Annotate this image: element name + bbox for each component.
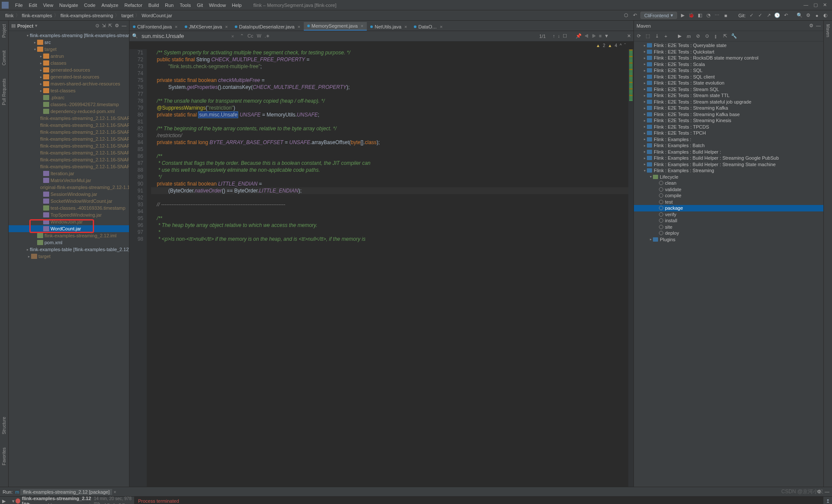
project-tree-row[interactable]: ▸target <box>9 253 129 260</box>
menu-edit[interactable]: Edit <box>26 3 40 8</box>
find-select-all-icon[interactable]: ☐ <box>563 33 567 39</box>
maven-tree-row[interactable]: ▸Flink : Examples : Build Helper : <box>634 149 823 155</box>
git-update-icon[interactable]: ✓ <box>748 13 754 19</box>
menu-code[interactable]: Code <box>81 3 98 8</box>
menu-analyze[interactable]: Analyze <box>98 3 121 8</box>
maven-tree-row[interactable]: compile <box>634 192 823 199</box>
maven-tree-row[interactable]: ▸Plugins <box>634 236 823 243</box>
project-tree-row[interactable]: flink-examples-streaming_2.12-1.16-SNAPS… <box>9 142 129 149</box>
maven-tree-row[interactable]: install <box>634 217 823 224</box>
close-icon[interactable]: ✕ <box>823 2 827 8</box>
settings-icon[interactable]: ⚙ <box>115 23 119 28</box>
maven-tree-row[interactable]: ▸Flink : E2E Tests : Stream state TTL <box>634 92 823 99</box>
find-settings-icon[interactable]: ⫷ <box>584 33 589 39</box>
maven-tree-row[interactable]: ▸Flink : E2E Tests : TPCH <box>634 130 823 136</box>
profile-icon[interactable]: ◔ <box>706 13 712 19</box>
breadcrumb[interactable]: flink <box>3 13 16 18</box>
menu-git[interactable]: Git <box>194 3 206 8</box>
maven-tree-row[interactable]: deploy <box>634 230 823 236</box>
maven-download-icon[interactable]: ⤓ <box>654 33 660 39</box>
project-tree-row[interactable]: flink-examples-streaming_2.12-1.16-SNAPS… <box>9 129 129 135</box>
project-tab[interactable]: Project <box>2 24 6 38</box>
project-tree-row[interactable]: TopSpeedWindowing.jar <box>9 211 129 218</box>
avatar-icon[interactable]: ● <box>814 13 820 19</box>
commit-tab[interactable]: Commit <box>2 50 6 65</box>
project-tree-row[interactable]: dependency-reduced-pom.xml <box>9 108 129 115</box>
breadcrumb[interactable]: WordCount.jar <box>140 13 174 18</box>
maven-tree-row[interactable]: ▸Flink : Examples : Build Helper : Strea… <box>634 155 823 161</box>
code-editor[interactable]: /** System property for activating multi… <box>147 49 628 487</box>
menu-tools[interactable]: Tools <box>176 3 194 8</box>
words-icon[interactable]: W <box>257 33 261 39</box>
project-tree-row[interactable]: flink-examples-streaming_2.12.iml <box>9 232 129 239</box>
collapse-all-icon[interactable]: ⇱ <box>108 23 112 28</box>
pullreq-tab[interactable]: Pull Requests <box>2 79 6 105</box>
project-tree-row[interactable]: ▸antrun <box>9 53 129 60</box>
project-tree-row[interactable]: flink-examples-streaming_2.12-1.16-SNAPS… <box>9 122 129 129</box>
maven-tree-row[interactable]: clean <box>634 180 823 186</box>
maven-tree-row[interactable]: ▸Flink : E2E Tests : SQL <box>634 67 823 74</box>
maven-tree-row[interactable]: ▸Flink : E2E Tests : Stream SQL <box>634 86 823 93</box>
find-funnel-icon[interactable]: ▼ <box>604 33 609 39</box>
git-history-icon[interactable]: 🕓 <box>774 13 780 19</box>
menu-navigate[interactable]: Navigate <box>56 3 81 8</box>
ide-errors-icon[interactable]: ◐ <box>823 13 829 19</box>
maven-tree-row[interactable]: ▾Flink : Examples : Streaming <box>634 167 823 174</box>
run-tab-name[interactable]: flink-examples-streaming_2.12 [package] <box>20 489 112 495</box>
menu-window[interactable]: Window <box>206 3 229 8</box>
find-more-icon[interactable]: ⫸ <box>592 33 596 39</box>
maven-show-deps-icon[interactable]: ⫿ <box>713 33 719 39</box>
editor-tab[interactable]: CliFrontend.java× <box>129 23 181 31</box>
coverage-icon[interactable]: ◧ <box>697 13 703 19</box>
maven-generate-icon[interactable]: ⬚ <box>645 33 651 39</box>
editor-tab[interactable]: MemorySegment.java× <box>304 22 367 31</box>
breadcrumb[interactable]: flink-examples <box>20 13 54 18</box>
back-icon[interactable]: ↶ <box>632 13 638 19</box>
find-pin-icon[interactable]: 📌 <box>576 33 582 39</box>
breadcrumb[interactable]: target <box>120 13 135 18</box>
maven-toggle-offline-icon[interactable]: ⊘ <box>695 33 701 39</box>
settings-icon[interactable]: ⚙ <box>805 13 811 19</box>
find-close-bar-icon[interactable]: ✕ <box>627 33 631 39</box>
error-stripe[interactable] <box>628 49 633 487</box>
project-tree-row[interactable]: ▸generated-sources <box>9 66 129 73</box>
maven-tree-row[interactable]: verify <box>634 211 823 218</box>
run-icon[interactable]: ▶ <box>680 13 686 19</box>
project-tree-row[interactable]: ▸maven-shared-archive-resources <box>9 80 129 87</box>
find-down-icon[interactable]: ↓ <box>558 33 560 39</box>
project-tree-row[interactable]: WindowJoin.jar <box>9 218 129 225</box>
maven-tree-row[interactable]: ▾Lifecycle <box>634 174 823 180</box>
expand-all-icon[interactable]: ⇲ <box>102 23 106 28</box>
inspection-strip[interactable]: ▲2 ▲4 ^ˇ <box>129 41 633 49</box>
maven-tree-row[interactable]: site <box>634 224 823 230</box>
editor-tab[interactable]: DataInputDeserializer.java× <box>231 23 304 31</box>
maven-tree-row[interactable]: ▸Flink : E2E Tests : RocksDB state memor… <box>634 55 823 61</box>
stop-icon[interactable]: ■ <box>723 13 729 19</box>
maven-tree-row[interactable]: ▸Flink : E2E Tests : Queryable state <box>634 42 823 49</box>
project-tree-row[interactable]: ▾target <box>9 46 129 53</box>
maven-settings-icon[interactable]: ⚙ <box>809 23 813 28</box>
regex-icon[interactable]: .∗ <box>265 33 270 39</box>
maven-tree-row[interactable]: ▸Flink : E2E Tests : SQL client <box>634 74 823 80</box>
editor-tab[interactable]: JMXServer.java× <box>181 23 231 31</box>
project-tree-row[interactable]: flink-examples-streaming_2.12-1.16-SNAPS… <box>9 135 129 142</box>
run-output[interactable]: Process terminated <box>135 497 823 504</box>
project-tree-row[interactable]: ▸generated-test-sources <box>9 73 129 80</box>
project-tree-row[interactable]: WordCount.jar <box>9 225 129 232</box>
run-out-up-icon[interactable]: ↥ <box>826 498 830 504</box>
project-tree-row[interactable]: original-flink-examples-streaming_2.12-1… <box>9 184 129 191</box>
attach-icon[interactable]: ⋯ <box>714 13 720 19</box>
project-tree-row[interactable]: ▸classes <box>9 60 129 66</box>
minimize-icon[interactable]: — <box>804 2 808 8</box>
project-tree-row[interactable]: flink-examples-streaming_2.12-1.16-SNAPS… <box>9 163 129 170</box>
maven-tree-row[interactable]: ▸Flink : E2E Tests : Quickstart <box>634 49 823 55</box>
prev-occ-icon[interactable]: ⌃ <box>240 33 244 39</box>
maven-tree-row[interactable]: validate <box>634 186 823 193</box>
maven-reload-icon[interactable]: ⟳ <box>636 33 642 39</box>
git-revert-icon[interactable]: ↶ <box>783 13 789 19</box>
structure-tab[interactable]: Structure <box>2 417 6 435</box>
project-tree-row[interactable]: classes.-2069942672.timestamp <box>9 101 129 108</box>
maven-tree-row[interactable]: ▸Flink : Examples : <box>634 136 823 143</box>
maven-tree-row[interactable]: ▸Flink : E2E Tests : Streaming Kafka <box>634 105 823 111</box>
find-input[interactable] <box>142 33 228 39</box>
